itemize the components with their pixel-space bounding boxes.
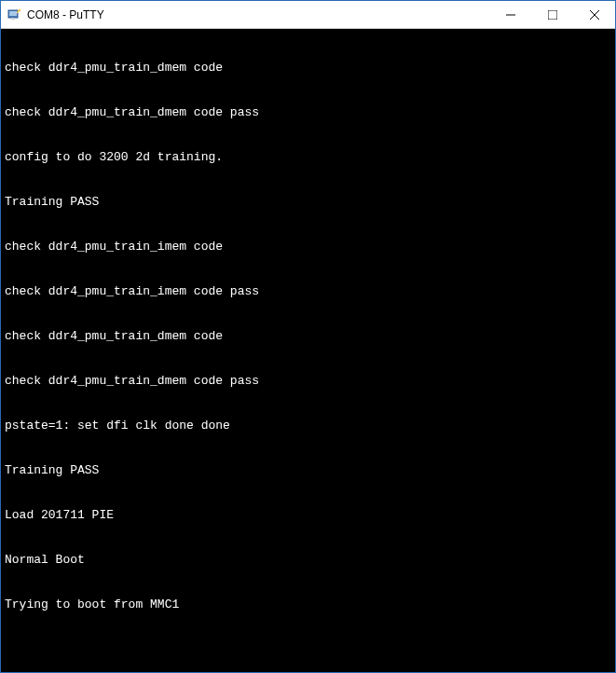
window-controls bbox=[489, 1, 615, 28]
svg-rect-6 bbox=[548, 10, 557, 20]
window-title: COM8 - PuTTY bbox=[27, 8, 489, 21]
terminal-line: Normal Boot bbox=[5, 553, 611, 568]
terminal-line: check ddr4_pmu_train_dmem code bbox=[5, 61, 611, 76]
minimize-button[interactable] bbox=[489, 1, 531, 28]
terminal-line: check ddr4_pmu_train_imem code bbox=[5, 240, 611, 254]
close-button[interactable] bbox=[573, 1, 615, 28]
maximize-icon bbox=[548, 10, 557, 20]
terminal-line: config to do 3200 2d training. bbox=[5, 150, 611, 165]
putty-window: COM8 - PuTTY check ddr4_pmu_train_dmem bbox=[0, 0, 616, 673]
close-icon bbox=[590, 10, 599, 20]
titlebar[interactable]: COM8 - PuTTY bbox=[1, 1, 615, 29]
terminal-line: check ddr4_pmu_train_dmem code pass bbox=[5, 374, 611, 389]
minimize-icon bbox=[506, 10, 515, 20]
terminal-line: check ddr4_pmu_train_dmem code pass bbox=[5, 105, 611, 120]
svg-rect-2 bbox=[11, 18, 15, 20]
maximize-button[interactable] bbox=[531, 1, 573, 28]
svg-rect-1 bbox=[9, 11, 17, 16]
terminal-line: Training PASS bbox=[5, 195, 611, 210]
svg-point-4 bbox=[19, 8, 21, 11]
putty-icon bbox=[7, 7, 21, 22]
terminal-line: pstate=1: set dfi clk done done bbox=[5, 419, 611, 433]
terminal-line: Training PASS bbox=[5, 463, 611, 478]
terminal-line bbox=[5, 642, 611, 657]
terminal-line: check ddr4_pmu_train_imem code pass bbox=[5, 284, 611, 299]
terminal-line: check ddr4_pmu_train_dmem code bbox=[5, 329, 611, 344]
terminal-line: Trying to boot from MMC1 bbox=[5, 597, 611, 612]
terminal-area[interactable]: check ddr4_pmu_train_dmem code check ddr… bbox=[1, 29, 615, 672]
terminal-line: Load 201711 PIE bbox=[5, 508, 611, 523]
